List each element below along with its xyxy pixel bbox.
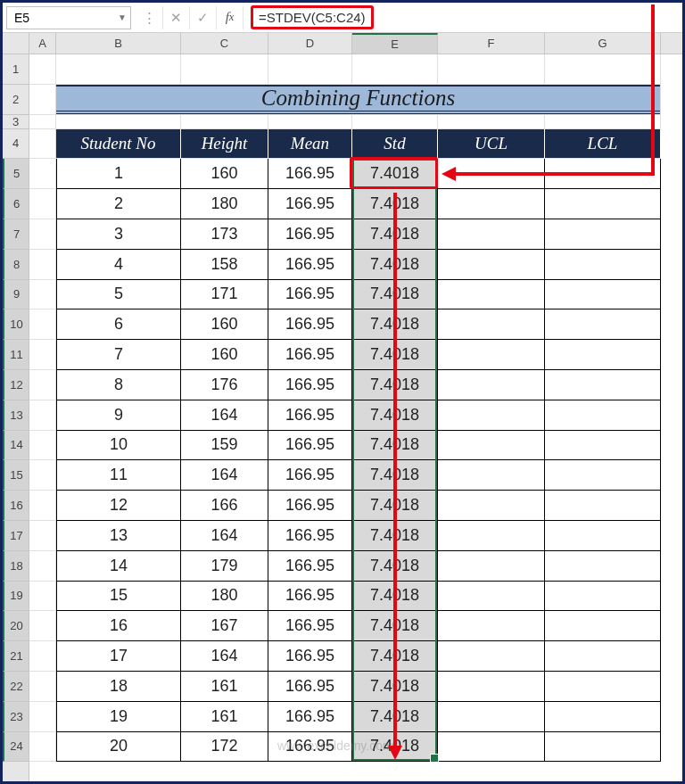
col-header[interactable]: B xyxy=(56,33,181,54)
cell[interactable] xyxy=(352,115,438,129)
row-header[interactable]: 4 xyxy=(3,129,29,160)
cell-mean[interactable]: 166.95 xyxy=(268,611,352,641)
cell[interactable] xyxy=(29,280,56,310)
row-header[interactable]: 23 xyxy=(3,702,29,732)
cell-mean[interactable]: 166.95 xyxy=(268,582,352,612)
row-header[interactable]: 11 xyxy=(3,340,29,370)
cell-ucl[interactable] xyxy=(438,551,545,582)
cell-student-no[interactable]: 18 xyxy=(56,672,181,702)
cell[interactable] xyxy=(29,460,56,491)
cell-ucl[interactable] xyxy=(438,582,545,612)
cell-student-no[interactable]: 13 xyxy=(56,521,181,551)
cell-ucl[interactable] xyxy=(438,521,545,551)
cell[interactable] xyxy=(29,309,56,340)
row-header[interactable]: 9 xyxy=(3,280,29,310)
cell-ucl[interactable] xyxy=(438,732,545,763)
cell-student-no[interactable]: 2 xyxy=(56,189,181,219)
row-header[interactable]: 14 xyxy=(3,431,29,461)
cell-mean[interactable]: 166.95 xyxy=(268,641,352,672)
cell-student-no[interactable]: 19 xyxy=(56,702,181,732)
cell[interactable] xyxy=(29,641,56,672)
cell-lcl[interactable] xyxy=(545,521,661,551)
cell-height[interactable]: 164 xyxy=(181,641,268,672)
th-student-no[interactable]: Student No xyxy=(56,129,181,160)
formula-input[interactable]: =STDEV(C5:C24) xyxy=(243,6,682,29)
cell[interactable] xyxy=(29,431,56,461)
row-header[interactable]: 3 xyxy=(3,115,29,129)
cell[interactable] xyxy=(438,54,545,85)
row-header[interactable]: 12 xyxy=(3,370,29,400)
title-cell[interactable]: Combining Functions xyxy=(56,85,661,115)
cell-student-no[interactable]: 12 xyxy=(56,491,181,521)
cell-lcl[interactable] xyxy=(545,611,661,641)
cell-mean[interactable]: 166.95 xyxy=(268,280,352,310)
col-header[interactable]: D xyxy=(268,33,352,54)
cell[interactable] xyxy=(56,54,181,85)
cell-mean[interactable]: 166.95 xyxy=(268,400,352,431)
cell[interactable] xyxy=(29,250,56,280)
cell[interactable] xyxy=(29,582,56,612)
th-std[interactable]: Std xyxy=(352,129,438,160)
row-header[interactable]: 13 xyxy=(3,400,29,431)
name-box[interactable]: E5 ▼ xyxy=(6,6,131,29)
cell-height[interactable]: 158 xyxy=(181,250,268,280)
th-height[interactable]: Height xyxy=(181,129,268,160)
cell-height[interactable]: 166 xyxy=(181,491,268,521)
cell-student-no[interactable]: 10 xyxy=(56,431,181,461)
cell-student-no[interactable]: 20 xyxy=(56,732,181,763)
cell-ucl[interactable] xyxy=(438,370,545,400)
row-header[interactable]: 8 xyxy=(3,250,29,280)
cell-lcl[interactable] xyxy=(545,641,661,672)
cell-ucl[interactable] xyxy=(438,460,545,491)
cell-ucl[interactable] xyxy=(438,611,545,641)
cancel-icon[interactable]: ✕ xyxy=(163,6,190,29)
cell[interactable] xyxy=(29,370,56,400)
cell-mean[interactable]: 166.95 xyxy=(268,340,352,370)
confirm-icon[interactable]: ✓ xyxy=(190,6,217,29)
col-header[interactable]: G xyxy=(545,33,661,54)
cell-ucl[interactable] xyxy=(438,641,545,672)
cell[interactable] xyxy=(438,115,545,129)
cell-mean[interactable]: 166.95 xyxy=(268,551,352,582)
cell-height[interactable]: 164 xyxy=(181,460,268,491)
cell-height[interactable]: 173 xyxy=(181,219,268,250)
row-header[interactable]: 22 xyxy=(3,672,29,702)
row-header[interactable]: 6 xyxy=(3,189,29,219)
row-header[interactable]: 5 xyxy=(3,159,29,189)
cell[interactable] xyxy=(29,115,56,129)
cell-height[interactable]: 160 xyxy=(181,340,268,370)
cell[interactable] xyxy=(56,115,181,129)
cell[interactable] xyxy=(29,521,56,551)
cell-lcl[interactable] xyxy=(545,582,661,612)
cell-ucl[interactable] xyxy=(438,672,545,702)
row-header[interactable]: 2 xyxy=(3,85,29,115)
select-all-corner[interactable] xyxy=(3,33,29,54)
cell-ucl[interactable] xyxy=(438,189,545,219)
cell-lcl[interactable] xyxy=(545,431,661,461)
cell-student-no[interactable]: 16 xyxy=(56,611,181,641)
cell-lcl[interactable] xyxy=(545,491,661,521)
cell-mean[interactable]: 166.95 xyxy=(268,521,352,551)
cell-student-no[interactable]: 17 xyxy=(56,641,181,672)
cell-lcl[interactable] xyxy=(545,702,661,732)
cell-ucl[interactable] xyxy=(438,491,545,521)
cell-height[interactable]: 160 xyxy=(181,309,268,340)
dots-icon[interactable]: ⋮ xyxy=(136,6,163,29)
cell-lcl[interactable] xyxy=(545,250,661,280)
cell-lcl[interactable] xyxy=(545,370,661,400)
cell-student-no[interactable]: 15 xyxy=(56,582,181,612)
cell-student-no[interactable]: 3 xyxy=(56,219,181,250)
cell-lcl[interactable] xyxy=(545,400,661,431)
cell-height[interactable]: 161 xyxy=(181,672,268,702)
cell[interactable] xyxy=(181,115,268,129)
cell-height[interactable]: 179 xyxy=(181,551,268,582)
cell-student-no[interactable]: 9 xyxy=(56,400,181,431)
cell-std[interactable]: 7.4018 xyxy=(352,159,438,189)
col-header[interactable]: C xyxy=(181,33,268,54)
cell-mean[interactable]: 166.95 xyxy=(268,309,352,340)
cell[interactable] xyxy=(29,611,56,641)
cell-ucl[interactable] xyxy=(438,280,545,310)
col-header[interactable]: A xyxy=(29,33,56,54)
cell-lcl[interactable] xyxy=(545,309,661,340)
cell-student-no[interactable]: 4 xyxy=(56,250,181,280)
